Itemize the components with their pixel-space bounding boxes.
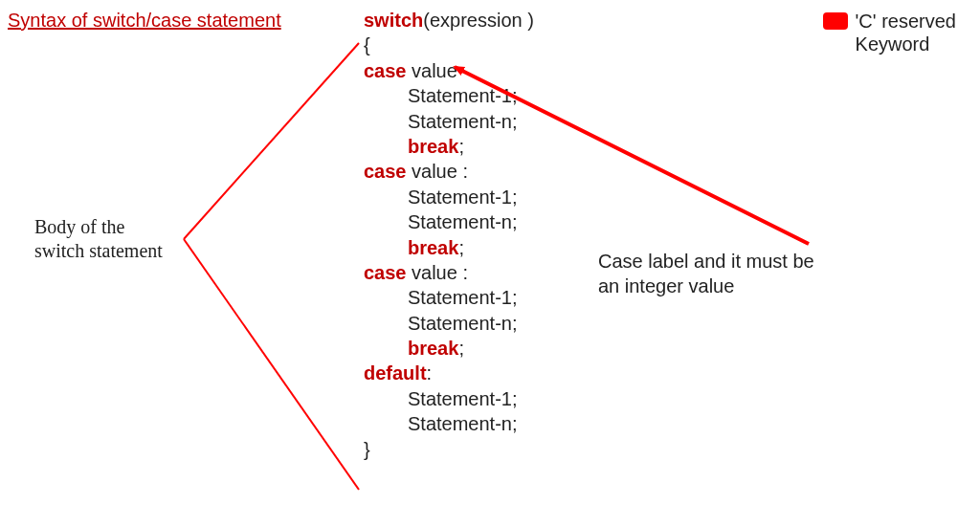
stmt-3-1: Statement-1; [408, 287, 518, 308]
kw-switch: switch [364, 10, 423, 31]
text-value-1: value [407, 60, 457, 81]
kw-case-1: case [364, 60, 407, 81]
svg-line-1 [184, 239, 359, 490]
legend-text: 'C' reserved Keyword [856, 10, 956, 55]
text-value-2: value : [407, 161, 468, 182]
legend-line-1: 'C' reserved [856, 10, 956, 33]
kw-default: default [364, 362, 427, 384]
brace-close: } [364, 439, 370, 460]
case-label: Case label and it must be an integer val… [598, 249, 814, 298]
kw-break-2: break [408, 237, 458, 258]
semi-3: ; [458, 338, 464, 359]
code-block: switch(expression ) { case value Stateme… [364, 8, 534, 462]
case-label-line-2: an integer value [598, 274, 814, 298]
kw-case-3: case [364, 262, 407, 283]
stmt-d-n: Statement-n; [408, 413, 518, 434]
body-label-line-2: switch statement [34, 239, 163, 263]
kw-case-2: case [364, 161, 407, 182]
colon-default: : [427, 362, 433, 384]
semi-1: ; [458, 136, 464, 157]
svg-line-0 [184, 43, 359, 239]
kw-break-1: break [408, 136, 458, 157]
stmt-1-1: Statement-1; [408, 85, 518, 106]
stmt-2-1: Statement-1; [408, 186, 518, 208]
text-value-3: value : [407, 262, 468, 283]
semi-2: ; [458, 237, 464, 258]
brace-open: { [364, 34, 370, 55]
body-label: Body of the switch statement [34, 215, 163, 263]
legend: 'C' reserved Keyword [823, 10, 956, 55]
legend-swatch [823, 12, 848, 30]
text-expression: (expression ) [423, 10, 534, 31]
legend-line-2: Keyword [856, 33, 956, 55]
stmt-2-n: Statement-n; [408, 211, 518, 232]
kw-break-3: break [408, 338, 458, 359]
body-label-line-1: Body of the [34, 215, 163, 239]
case-label-line-1: Case label and it must be [598, 249, 814, 274]
stmt-d-1: Statement-1; [408, 388, 518, 409]
page-title: Syntax of switch/case statement [8, 10, 281, 32]
stmt-1-n: Statement-n; [408, 111, 518, 132]
stmt-3-n: Statement-n; [408, 313, 518, 334]
